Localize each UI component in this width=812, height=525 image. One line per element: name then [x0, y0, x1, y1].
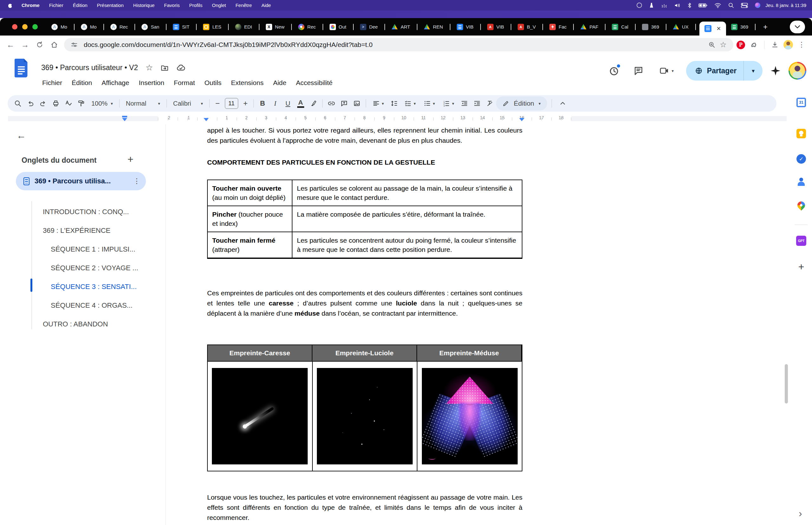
editing-mode-select[interactable]: Édition ▾: [496, 96, 547, 110]
browser-tab[interactable]: 369: [638, 24, 668, 30]
description-cell[interactable]: La matière composée de particules s’étir…: [292, 206, 522, 231]
menubar-clock[interactable]: Jeu. 8 janv. à 11:39: [765, 2, 806, 8]
description-cell[interactable]: Les particules se concentrent autour du …: [292, 232, 522, 258]
docs-menu-item[interactable]: Accessibilité: [291, 77, 337, 88]
table-image-cell[interactable]: [208, 362, 313, 471]
wifi-icon[interactable]: [714, 3, 721, 8]
version-history-button[interactable]: [605, 62, 622, 79]
browser-tab[interactable]: Cal: [608, 24, 638, 30]
gemini-icon[interactable]: [771, 66, 780, 75]
table-header-cell[interactable]: Empreinte-Caresse: [208, 345, 313, 361]
sparkle-status-icon[interactable]: [661, 3, 667, 8]
home-button[interactable]: [47, 38, 62, 52]
siri-icon[interactable]: [755, 2, 760, 8]
zoom-window-button[interactable]: [32, 24, 38, 30]
docs-menu-item[interactable]: Extensions: [226, 77, 268, 88]
text-color-button[interactable]: A: [294, 97, 307, 110]
section-heading[interactable]: COMPORTEMENT DES PARTICULES EN FONCTION …: [207, 159, 522, 166]
bluetooth-icon[interactable]: [688, 2, 691, 8]
omnibox[interactable]: docs.google.com/document/d/1n-VWYrZv6aI-…: [64, 38, 733, 51]
document-page[interactable]: appel à les toucher. Si vous portez votr…: [207, 124, 522, 525]
browser-tab[interactable]: San: [137, 24, 169, 30]
empreinte-luciole-image[interactable]: [317, 368, 413, 464]
browser-tab[interactable]: Dee: [356, 24, 388, 30]
active-browser-tab[interactable]: ✕: [700, 21, 726, 35]
site-settings-icon[interactable]: [69, 39, 80, 50]
checklist-button[interactable]: ▾: [400, 97, 420, 110]
zoom-page-icon[interactable]: [706, 39, 718, 50]
docs-menu-item[interactable]: Fichier: [37, 77, 67, 88]
left-indent-marker[interactable]: [204, 118, 209, 121]
browser-tab[interactable]: REN: [420, 24, 453, 30]
forward-button[interactable]: →: [18, 38, 32, 52]
macos-menu-item[interactable]: Chrome: [18, 0, 44, 11]
outline-item[interactable]: OUTRO : ABANDON: [0, 315, 165, 333]
redo-button[interactable]: [37, 97, 49, 110]
browser-tab[interactable]: Out: [326, 24, 356, 30]
share-button[interactable]: Partager ▼: [686, 61, 763, 80]
font-size-input[interactable]: 11: [225, 98, 238, 109]
macos-menu-item[interactable]: Profils: [185, 0, 208, 11]
ruler-margin-handle[interactable]: [122, 116, 127, 117]
document-title[interactable]: 369 • Parcours utilisateur • V2: [41, 63, 138, 72]
tab-search-button[interactable]: [790, 20, 805, 33]
app-status-icon[interactable]: [649, 2, 654, 8]
search-menus-button[interactable]: [11, 97, 24, 110]
browser-profile-avatar[interactable]: [783, 40, 793, 49]
align-button[interactable]: ▾: [369, 97, 388, 110]
paragraph[interactable]: Ces empreintes de particules ont des com…: [207, 288, 522, 318]
browser-tab[interactable]: Mo: [47, 24, 77, 30]
font-select[interactable]: Calibri▾: [169, 97, 207, 110]
move-to-folder-icon[interactable]: [161, 64, 169, 72]
extensions-button[interactable]: [747, 38, 760, 52]
outline-item[interactable]: SÉQUENCE 2 : VOYAGE ...: [0, 258, 165, 277]
document-status-cloud-icon[interactable]: [176, 63, 185, 72]
docs-menu-item[interactable]: Insertion: [134, 77, 169, 88]
google-contacts-icon[interactable]: [795, 175, 808, 189]
outline-item[interactable]: SÉQUENCE 3 : SENSATI...: [0, 277, 165, 296]
show-side-panel-chevron[interactable]: ›: [799, 508, 802, 519]
decrease-indent-button[interactable]: [458, 97, 471, 110]
comments-button[interactable]: [630, 62, 647, 79]
zoom-select[interactable]: 100%▾: [88, 97, 117, 110]
undo-button[interactable]: [24, 97, 37, 110]
add-comment-button[interactable]: [338, 97, 350, 110]
google-calendar-icon[interactable]: 31: [795, 96, 808, 109]
table-row[interactable]: Toucher main ouverte (au moin un doigt d…: [208, 180, 522, 206]
google-keep-icon[interactable]: [795, 127, 808, 140]
macos-menu-item[interactable]: Présentation: [92, 0, 129, 11]
browser-tab[interactable]: LES: [199, 24, 230, 30]
table-image-cell[interactable]: [313, 362, 418, 471]
paint-format-button[interactable]: [75, 97, 88, 110]
close-window-button[interactable]: [12, 24, 17, 30]
macos-menu-item[interactable]: Aide: [257, 0, 276, 11]
table-header-cell[interactable]: Empreinte-Méduse: [417, 345, 522, 361]
table-image-cell[interactable]: [417, 362, 522, 471]
star-document-icon[interactable]: ☆: [146, 63, 153, 73]
table-header-cell[interactable]: Empreinte-Luciole: [313, 345, 417, 361]
browser-tab[interactable]: VIB: [453, 24, 483, 30]
right-indent-marker[interactable]: [519, 118, 524, 121]
document-scrollbar-thumb[interactable]: [785, 364, 788, 404]
outline-item[interactable]: 369 : L'EXPÉRIENCE: [0, 221, 165, 240]
spellcheck-button[interactable]: [62, 97, 75, 110]
browser-tab[interactable]: UX: [668, 24, 698, 30]
close-sidebar-arrow[interactable]: ←: [16, 130, 26, 141]
battery-icon[interactable]: [698, 3, 707, 7]
browser-tab[interactable]: 369: [726, 24, 759, 30]
italic-button[interactable]: I: [269, 97, 282, 110]
hide-menus-button[interactable]: [556, 97, 569, 110]
browser-tab[interactable]: New: [262, 24, 294, 30]
pinterest-extension-icon[interactable]: P: [737, 41, 745, 49]
close-tab-icon[interactable]: ✕: [717, 25, 721, 32]
empreinte-caresse-image[interactable]: [212, 368, 308, 464]
underline-button[interactable]: U: [282, 97, 294, 110]
docs-menu-item[interactable]: Édition: [67, 77, 97, 88]
gesture-cell[interactable]: Toucher main fermé (attraper): [208, 232, 292, 258]
bookmark-star-icon[interactable]: ☆: [718, 39, 729, 50]
back-button[interactable]: ←: [3, 38, 18, 52]
browser-tab[interactable]: B_V: [513, 24, 545, 30]
tab-options-kebab-icon[interactable]: ⋮: [133, 177, 140, 185]
table-row[interactable]: Pincher (toucher pouce et index) La mati…: [208, 206, 522, 232]
browser-tab[interactable]: Mo: [77, 24, 106, 30]
